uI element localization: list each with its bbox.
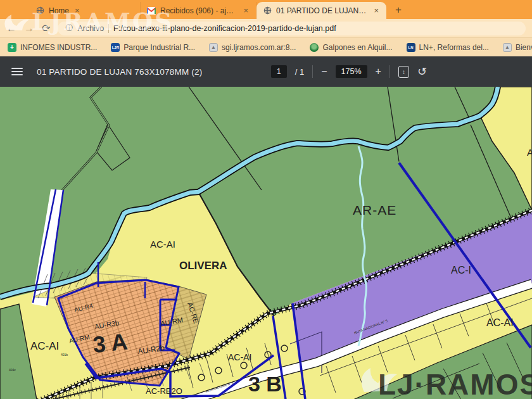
zone-label-ac-ai-center: AC-AI <box>150 239 175 250</box>
close-icon[interactable]: × <box>372 6 380 15</box>
image-icon: ▲ <box>209 43 218 52</box>
menu-icon[interactable] <box>11 68 23 75</box>
reload-button[interactable]: ⟳ <box>42 23 50 34</box>
zone-label-3b: 3 B <box>248 372 282 396</box>
zoom-out-button[interactable]: − <box>321 66 327 77</box>
zoom-in-button[interactable]: + <box>376 66 381 77</box>
tab-title: Recibidos (906) - ajortiz@ljramo: <box>160 6 238 15</box>
tab-home[interactable]: Home × <box>29 2 141 19</box>
toolbar-divider <box>390 65 390 78</box>
watermark-ljramos-bottom: LJ·RAMOS <box>362 368 532 399</box>
ln-icon: LN <box>407 43 415 52</box>
zone-label-ar-ae: AR-AE <box>353 203 396 217</box>
sheet-icon: + <box>8 43 16 52</box>
place-label-olivera: OLIVERA <box>179 260 227 272</box>
address-bar[interactable]: ⓘ Archivo F:/cou-anexo-iii-plano-de-zoni… <box>58 22 526 35</box>
pdf-toolbar: 01 PARTIDO DE LUJAN 763X1078MM (2) 1 / 1… <box>0 56 532 87</box>
zone-label-partial: A <box>527 147 532 158</box>
page-number-input[interactable]: 1 <box>271 65 287 78</box>
gmail-icon <box>147 6 156 15</box>
globe-icon <box>263 6 272 15</box>
navigation-bar: ← → ⟳ ⓘ Archivo F:/cou-anexo-iii-plano-d… <box>0 19 532 37</box>
page-info-icon[interactable]: ⓘ <box>65 23 73 34</box>
url-scheme: Archivo <box>77 24 104 33</box>
page-total: / 1 <box>295 67 304 77</box>
zone-label-ac-ai-right: AC-AI <box>486 317 514 328</box>
rotate-button[interactable]: ↺ <box>417 65 427 79</box>
url-text: F:/cou-anexo-iii-plano-de-zonificacion-2… <box>113 24 336 33</box>
bookmarks-bar: +INFOMES INDUSTR... LJRParque Industrial… <box>0 37 532 56</box>
url-divider <box>108 24 109 33</box>
close-icon[interactable]: × <box>242 6 250 15</box>
forward-button[interactable]: → <box>24 23 34 34</box>
close-icon[interactable]: × <box>73 6 81 15</box>
fit-page-button[interactable]: ↕ <box>398 66 409 78</box>
zone-label-3a: 3 A <box>92 328 129 357</box>
tab-pdf-active[interactable]: 01 PARTIDO DE LUJAN 763X1078 × <box>256 2 386 19</box>
bookmark-galpones[interactable]: Galpones en Alquil... <box>310 43 392 52</box>
tab-title: Home <box>49 6 69 15</box>
toolbar-divider <box>312 65 313 78</box>
watermark-text: LJ·RAMOS <box>378 368 532 399</box>
image-icon: ▲ <box>503 43 512 52</box>
bookmark-sgi-server[interactable]: ▲sgi.ljramos.com.ar:8... <box>209 43 296 52</box>
tab-strip: Home × Recibidos (906) - ajortiz@ljramo:… <box>0 0 532 19</box>
bookmark-bienvenido-sgi[interactable]: ▲Bienvenido a SGI <box>503 43 532 52</box>
new-tab-button[interactable]: + <box>395 4 402 16</box>
zoom-level[interactable]: 175% <box>336 65 367 78</box>
zone-label-ac-ai-mid: AC-AI <box>228 352 251 362</box>
zone-label-ac-ai-left: AC-AI <box>30 340 59 352</box>
bookmark-ln[interactable]: LNLN+, Reformas del... <box>407 43 489 52</box>
green-circle-icon <box>310 43 319 52</box>
ljr-icon: LJR <box>111 43 120 52</box>
zone-label-ac-i: AC-I <box>451 265 471 276</box>
bookmark-parque-industrial[interactable]: LJRParque Industrial R... <box>111 43 195 52</box>
zone-label-ac-re2o: AC-RE2O <box>146 386 182 396</box>
tab-title: 01 PARTIDO DE LUJAN 763X1078 <box>276 6 368 15</box>
back-button[interactable]: ← <box>6 23 16 34</box>
parcel-number: 401b <box>61 353 68 357</box>
tab-gmail[interactable]: Recibidos (906) - ajortiz@ljramo: × <box>141 2 256 19</box>
pdf-page-map[interactable]: AR-AE AC-AI OLIVERA AC-I AC-AI AC-AI AC-… <box>0 87 532 399</box>
globe-icon <box>35 6 44 15</box>
parcel-number: 404c <box>9 368 16 372</box>
pdf-document-title: 01 PARTIDO DE LUJAN 763X1078MM (2) <box>37 67 202 77</box>
bookmark-infomes[interactable]: +INFOMES INDUSTR... <box>8 43 97 52</box>
